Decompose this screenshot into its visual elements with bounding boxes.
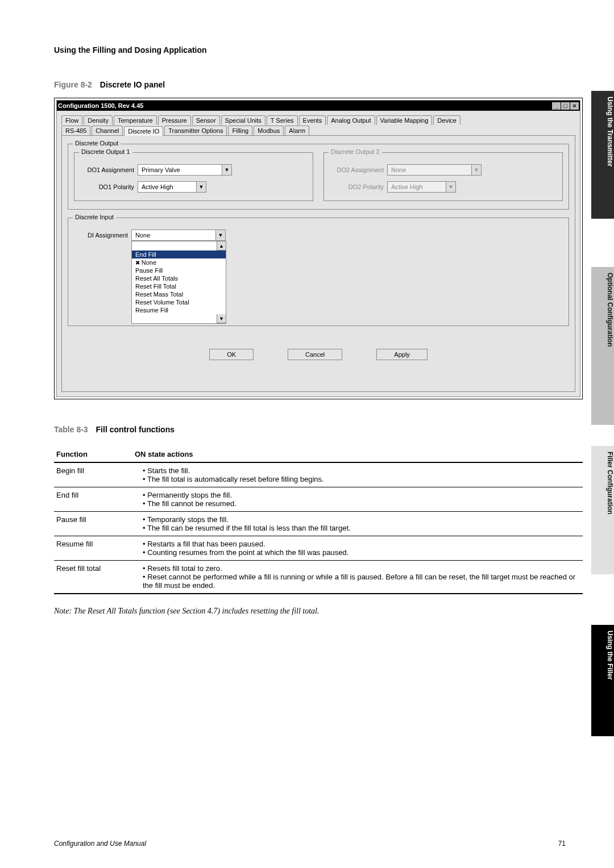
discrete-input-group: Discrete Input DI Assignment None ▼ ▲ En… — [68, 218, 569, 326]
side-tab-label: Optional Configuration — [591, 273, 614, 347]
tab-modbus[interactable]: Modbus — [254, 126, 284, 135]
do1-assign-select[interactable]: Primary Valve ▼ — [138, 164, 232, 176]
cell-actions: Starts the fill.The fill total is automa… — [132, 462, 583, 487]
window-close-button[interactable]: × — [570, 102, 579, 110]
action-item: Counting resumes from the point at which… — [143, 548, 580, 557]
tab-analog-output[interactable]: Analog Output — [327, 115, 375, 125]
action-item: The fill cannot be resumed. — [143, 499, 580, 508]
section-heading: Using the Filling and Dosing Application — [54, 45, 583, 55]
tab-temperature[interactable]: Temperature — [114, 115, 157, 125]
do2-assign-select: None ▼ — [387, 164, 482, 176]
di-option[interactable]: Pause Fill — [132, 266, 226, 274]
di-option[interactable]: Reset Volume Total — [132, 298, 226, 306]
side-tab-label: Using the Transmitter — [591, 97, 614, 166]
di-option[interactable]: Resume Fill — [132, 306, 226, 314]
tab-rs-485[interactable]: RS-485 — [61, 126, 90, 135]
fill-control-functions-table: Function ON state actions Begin fillStar… — [54, 446, 583, 594]
cell-function: End fill — [54, 487, 132, 512]
table-caption: Table 8-3 Fill control functions — [54, 425, 583, 434]
figure-prefix: Figure 8-2 — [54, 80, 92, 89]
action-item: Temporarily stops the fill. — [143, 515, 580, 524]
discrete-io-panel: Discrete Output Discrete Output 1 DO1 As… — [61, 135, 575, 392]
tab-variable-mapping[interactable]: Variable Mapping — [376, 115, 433, 125]
chevron-down-icon: ▼ — [446, 182, 455, 192]
tab-flow[interactable]: Flow — [61, 115, 82, 125]
tab-t-series[interactable]: T Series — [267, 115, 298, 125]
side-tab: Using the Transmitter — [591, 91, 614, 219]
app-window: Configuration 1500, Rev 4.45 _ □ × FlowD… — [56, 100, 580, 397]
do1-polarity-select[interactable]: Active High ▼ — [138, 181, 206, 193]
discrete-output-group: Discrete Output Discrete Output 1 DO1 As… — [68, 144, 569, 210]
do2-polarity-select: Active High ▼ — [387, 181, 456, 193]
window-title: Configuration 1500, Rev 4.45 — [58, 102, 143, 109]
di-option[interactable]: None — [132, 258, 226, 266]
group-label: Discrete Input — [73, 214, 116, 220]
table-prefix: Table 8-3 — [54, 425, 88, 434]
scroll-down-icon[interactable]: ▼ — [217, 314, 226, 323]
di-assign-label: DI Assignment — [74, 232, 128, 239]
window-max-button[interactable]: □ — [561, 102, 570, 110]
di-assign-dropdown[interactable]: ▲ End FillNonePause FillReset All Totals… — [131, 241, 226, 324]
action-item: Reset cannot be performed while a fill i… — [143, 573, 580, 590]
table-row: Reset fill totalResets fill total to zer… — [54, 561, 583, 594]
cell-function: Reset fill total — [54, 561, 132, 594]
tab-channel[interactable]: Channel — [92, 126, 123, 135]
screenshot-frame: Configuration 1500, Rev 4.45 _ □ × FlowD… — [54, 98, 583, 399]
chevron-down-icon: ▼ — [222, 165, 231, 175]
di-assign-select[interactable]: None ▼ — [131, 229, 226, 241]
action-item: Permanently stops the fill. — [143, 491, 580, 499]
cell-function: Pause fill — [54, 512, 132, 536]
scroll-up-icon[interactable]: ▲ — [217, 241, 226, 251]
tab-density[interactable]: Density — [84, 115, 113, 125]
apply-button[interactable]: Apply — [376, 349, 428, 360]
tabs-row-1: FlowDensityTemperaturePressureSensorSpec… — [61, 115, 575, 125]
do1-group: Discrete Output 1 DO1 Assignment Primary… — [74, 152, 313, 201]
tab-alarm[interactable]: Alarm — [285, 126, 309, 135]
do2-polarity-label: DO2 Polarity — [330, 183, 384, 190]
di-option[interactable]: Reset All Totals — [132, 274, 226, 282]
window-min-button[interactable]: _ — [552, 102, 561, 110]
tab-sensor[interactable]: Sensor — [192, 115, 220, 125]
tab-pressure[interactable]: Pressure — [158, 115, 191, 125]
cell-function: Begin fill — [54, 462, 132, 487]
do1-assign-label: DO1 Assignment — [80, 166, 134, 173]
chevron-down-icon: ▼ — [196, 182, 206, 192]
group-label: Discrete Output 2 — [329, 148, 382, 155]
chevron-down-icon: ▼ — [471, 165, 481, 175]
tab-filling[interactable]: Filling — [228, 126, 252, 135]
cell-function: Resume fill — [54, 536, 132, 561]
di-option[interactable]: Reset Mass Total — [132, 290, 226, 298]
do1-polarity-value: Active High — [138, 183, 196, 190]
tab-discrete-io[interactable]: Discrete IO — [124, 126, 163, 136]
side-tab-label: Filler Configuration — [591, 452, 614, 515]
tab-special-units[interactable]: Special Units — [221, 115, 265, 125]
col-actions: ON state actions — [132, 446, 583, 462]
di-assign-value: None — [132, 232, 215, 239]
footer-left: Configuration and Use Manual — [54, 840, 146, 848]
tab-events[interactable]: Events — [299, 115, 326, 125]
di-option[interactable]: Reset Fill Total — [132, 282, 226, 290]
cell-actions: Temporarily stops the fill.The fill can … — [132, 512, 583, 536]
action-item: The fill total is automatically reset be… — [143, 475, 580, 483]
table-row: End fillPermanently stops the fill.The f… — [54, 487, 583, 512]
page-number: 71 — [558, 840, 566, 848]
do2-group: Discrete Output 2 DO2 Assignment None ▼ — [323, 152, 563, 201]
do2-assign-label: DO2 Assignment — [330, 166, 384, 173]
ok-button[interactable]: OK — [209, 349, 254, 360]
action-item: Restarts a fill that has been paused. — [143, 540, 580, 548]
tab-device[interactable]: Device — [433, 115, 460, 125]
table-row: Pause fillTemporarily stops the fill.The… — [54, 512, 583, 536]
table-title: Fill control functions — [96, 425, 175, 434]
action-item: Starts the fill. — [143, 466, 580, 475]
figure-caption: Figure 8-2 Discrete IO panel — [54, 80, 583, 89]
cancel-button[interactable]: Cancel — [288, 349, 342, 360]
do2-polarity-value: Active High — [388, 183, 446, 190]
do2-assign-value: None — [388, 166, 471, 173]
do1-polarity-label: DO1 Polarity — [80, 183, 134, 190]
tab-transmitter-options[interactable]: Transmitter Options — [164, 126, 227, 135]
do1-assign-value: Primary Valve — [138, 166, 222, 173]
window-titlebar: Configuration 1500, Rev 4.45 _ □ × — [57, 101, 580, 111]
di-option[interactable]: End Fill — [132, 251, 226, 258]
side-tab: Filler Configuration — [591, 446, 614, 574]
group-label: Discrete Output — [73, 140, 121, 147]
